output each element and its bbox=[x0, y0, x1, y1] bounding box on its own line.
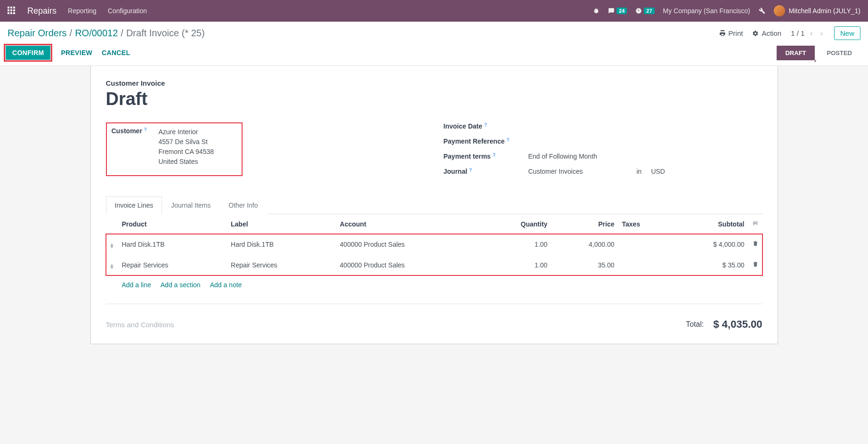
print-button[interactable]: Print bbox=[719, 29, 743, 37]
cell-price[interactable]: 4,000.00 bbox=[551, 234, 618, 255]
journal-field[interactable]: Customer Invoices bbox=[528, 168, 627, 175]
activities-icon[interactable]: 27 bbox=[635, 8, 654, 14]
apps-icon[interactable] bbox=[8, 7, 16, 15]
customer-name: Azure Interior bbox=[159, 127, 237, 137]
customer-value[interactable]: Azure Interior 4557 De Silva St Fremont … bbox=[159, 127, 237, 167]
debug-icon[interactable] bbox=[593, 8, 600, 14]
customer-country: United States bbox=[159, 157, 237, 167]
cell-subtotal: $ 4,000.00 bbox=[670, 234, 748, 255]
cell-product[interactable]: Repair Services bbox=[118, 255, 227, 275]
help-icon[interactable]: ? bbox=[469, 168, 472, 173]
pager-prev[interactable]: ‹ bbox=[808, 29, 814, 38]
breadcrumb-root[interactable]: Repair Orders bbox=[8, 28, 67, 39]
user-name: Mitchell Admin (JULY_1) bbox=[789, 7, 860, 15]
nav-menu-configuration[interactable]: Configuration bbox=[108, 7, 147, 15]
print-icon bbox=[719, 30, 726, 37]
help-icon[interactable]: ? bbox=[484, 122, 487, 128]
cell-quantity[interactable]: 1.00 bbox=[482, 234, 552, 255]
breadcrumb-parent[interactable]: RO/00012 bbox=[75, 28, 118, 39]
delete-row-icon[interactable] bbox=[752, 241, 759, 248]
messages-badge: 24 bbox=[617, 8, 627, 14]
avatar-icon bbox=[774, 5, 785, 16]
col-label: Label bbox=[227, 214, 336, 234]
col-quantity: Quantity bbox=[482, 214, 552, 234]
cell-quantity[interactable]: 1.00 bbox=[482, 255, 552, 275]
print-label: Print bbox=[729, 29, 743, 37]
control-panel: Repair Orders / RO/00012 / Draft Invoice… bbox=[0, 22, 868, 66]
col-account: Account bbox=[336, 214, 482, 234]
doc-type-label: Customer Invoice bbox=[106, 79, 763, 87]
invoice-date-label: Invoice Date bbox=[444, 122, 482, 130]
form-sheet: Customer Invoice Draft Customer ? Azure … bbox=[90, 66, 778, 344]
nav-menu-reporting[interactable]: Reporting bbox=[68, 7, 97, 15]
breadcrumb: Repair Orders / RO/00012 / Draft Invoice… bbox=[8, 28, 719, 39]
columns-settings-icon[interactable] bbox=[752, 220, 759, 228]
pager: 1 / 1 ‹ › bbox=[791, 29, 825, 38]
tabs: Invoice Lines Journal Items Other Info bbox=[106, 196, 763, 214]
line-actions: Add a line Add a section Add a note bbox=[106, 275, 763, 294]
top-navbar: Repairs Reporting Configuration 24 27 My… bbox=[0, 0, 868, 22]
tab-invoice-lines[interactable]: Invoice Lines bbox=[106, 196, 162, 214]
table-row[interactable]: ▲▼ Hard Disk.1TB Hard Disk.1TB 400000 Pr… bbox=[106, 234, 763, 255]
cell-label[interactable]: Hard Disk.1TB bbox=[227, 234, 336, 255]
add-line-button[interactable]: Add a line bbox=[122, 281, 151, 289]
help-icon[interactable]: ? bbox=[506, 137, 509, 143]
company-selector[interactable]: My Company (San Francisco) bbox=[663, 7, 750, 15]
drag-handle-icon[interactable]: ▲▼ bbox=[110, 264, 114, 269]
pager-next[interactable]: › bbox=[819, 29, 825, 38]
total-label: Total: bbox=[686, 320, 704, 329]
pager-value: 1 / 1 bbox=[791, 29, 804, 37]
col-price: Price bbox=[551, 214, 618, 234]
cell-price[interactable]: 35.00 bbox=[551, 255, 618, 275]
cell-taxes[interactable] bbox=[618, 234, 670, 255]
customer-label: Customer bbox=[112, 127, 142, 135]
payment-terms-label: Payment terms bbox=[444, 153, 491, 160]
col-taxes: Taxes bbox=[618, 214, 670, 234]
cell-account[interactable]: 400000 Product Sales bbox=[336, 255, 482, 275]
cell-subtotal: $ 35.00 bbox=[670, 255, 748, 275]
confirm-button[interactable]: CONFIRM bbox=[6, 46, 50, 60]
customer-street: 4557 De Silva St bbox=[159, 137, 237, 147]
payment-terms-field[interactable]: End of Following Month bbox=[528, 153, 763, 160]
user-menu[interactable]: Mitchell Admin (JULY_1) bbox=[774, 5, 860, 16]
tab-journal-items[interactable]: Journal Items bbox=[162, 196, 219, 214]
app-name[interactable]: Repairs bbox=[27, 6, 57, 16]
invoice-lines-table: Product Label Account Quantity Price Tax… bbox=[106, 214, 763, 275]
terms-field[interactable]: Terms and Conditions bbox=[106, 321, 686, 329]
col-product: Product bbox=[118, 214, 227, 234]
col-subtotal: Subtotal bbox=[670, 214, 748, 234]
help-icon[interactable]: ? bbox=[144, 127, 147, 132]
help-icon[interactable]: ? bbox=[493, 153, 495, 158]
activities-badge: 27 bbox=[644, 8, 654, 14]
currency-field[interactable]: USD bbox=[651, 168, 665, 175]
breadcrumb-current: Draft Invoice (* 25) bbox=[126, 28, 205, 39]
customer-city: Fremont CA 94538 bbox=[159, 147, 237, 157]
action-button[interactable]: Action bbox=[752, 29, 781, 37]
cell-label[interactable]: Repair Services bbox=[227, 255, 336, 275]
cell-taxes[interactable] bbox=[618, 255, 670, 275]
total-value: $ 4,035.00 bbox=[714, 318, 763, 331]
cell-account[interactable]: 400000 Product Sales bbox=[336, 234, 482, 255]
status-posted[interactable]: POSTED bbox=[815, 46, 860, 60]
breadcrumb-sep: / bbox=[121, 28, 123, 39]
add-note-button[interactable]: Add a note bbox=[210, 281, 242, 289]
table-row[interactable]: ▲▼ Repair Services Repair Services 40000… bbox=[106, 255, 763, 275]
customer-box: Customer ? Azure Interior 4557 De Silva … bbox=[106, 122, 243, 176]
cell-product[interactable]: Hard Disk.1TB bbox=[118, 234, 227, 255]
preview-button[interactable]: PREVIEW bbox=[61, 49, 92, 57]
statusbar: DRAFT POSTED bbox=[777, 46, 860, 60]
cancel-button[interactable]: CANCEL bbox=[102, 49, 130, 57]
messages-icon[interactable]: 24 bbox=[608, 8, 627, 14]
tab-other-info[interactable]: Other Info bbox=[219, 196, 267, 214]
gear-icon bbox=[752, 30, 759, 37]
add-section-button[interactable]: Add a section bbox=[161, 281, 201, 289]
action-label: Action bbox=[762, 29, 781, 37]
new-button[interactable]: New bbox=[834, 26, 860, 40]
drag-handle-icon[interactable]: ▲▼ bbox=[110, 243, 114, 249]
page-title: Draft bbox=[106, 89, 763, 109]
journal-label: Journal bbox=[444, 168, 468, 175]
journal-sep: in bbox=[637, 168, 642, 175]
tools-icon[interactable] bbox=[759, 8, 765, 14]
status-draft[interactable]: DRAFT bbox=[777, 46, 814, 60]
delete-row-icon[interactable] bbox=[752, 261, 759, 269]
